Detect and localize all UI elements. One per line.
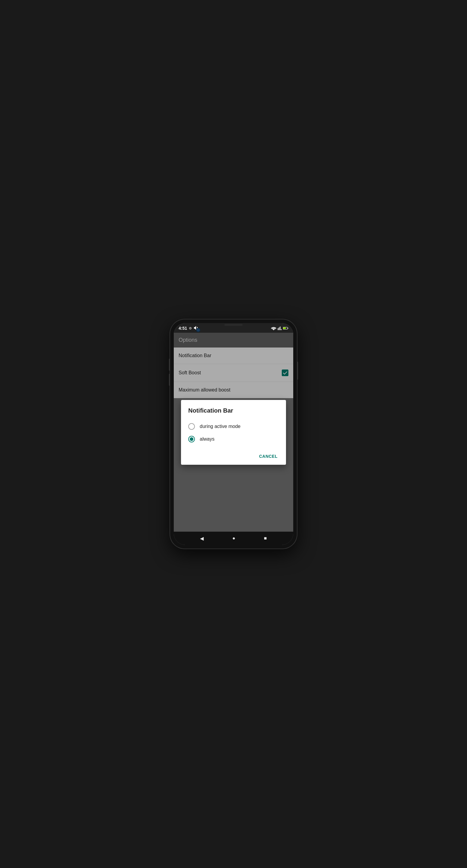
status-left: 4:51 ⚙ xyxy=(179,326,199,331)
speaker xyxy=(225,324,242,326)
recents-button[interactable]: ■ xyxy=(264,535,267,541)
phone-screen: 4:51 ⚙ xyxy=(174,323,293,545)
dialog-title: Notification Bar xyxy=(188,407,279,414)
volume-down-button[interactable] xyxy=(169,374,170,386)
settings-icon: ⚙ xyxy=(189,327,192,330)
dialog-actions: CANCEL xyxy=(188,448,279,461)
dialog: Notification Bar during active mode alwa… xyxy=(181,400,286,465)
radio-circle-always[interactable] xyxy=(188,436,195,442)
wifi-icon xyxy=(271,326,276,330)
home-button[interactable]: ● xyxy=(232,535,235,541)
battery-icon xyxy=(283,327,288,330)
svg-rect-1 xyxy=(288,328,288,329)
radio-circle-during-active[interactable] xyxy=(188,423,195,430)
radio-label-always: always xyxy=(200,436,214,442)
radio-option-during-active[interactable]: during active mode xyxy=(188,420,279,433)
radio-label-during-active: during active mode xyxy=(200,424,240,429)
back-button[interactable]: ◀ xyxy=(200,535,204,541)
bottom-nav: ◀ ● ■ xyxy=(174,532,293,545)
dialog-overlay: Notification Bar during active mode alwa… xyxy=(174,333,293,532)
signal-icon xyxy=(278,326,282,330)
power-button[interactable] xyxy=(297,362,298,380)
volume-up-button[interactable] xyxy=(169,359,170,371)
status-time: 4:51 xyxy=(179,326,187,331)
camera xyxy=(197,329,200,332)
radio-option-always[interactable]: always xyxy=(188,433,279,445)
phone-frame: 4:51 ⚙ xyxy=(170,319,297,549)
cancel-button[interactable]: CANCEL xyxy=(258,452,279,461)
status-right xyxy=(271,326,288,330)
